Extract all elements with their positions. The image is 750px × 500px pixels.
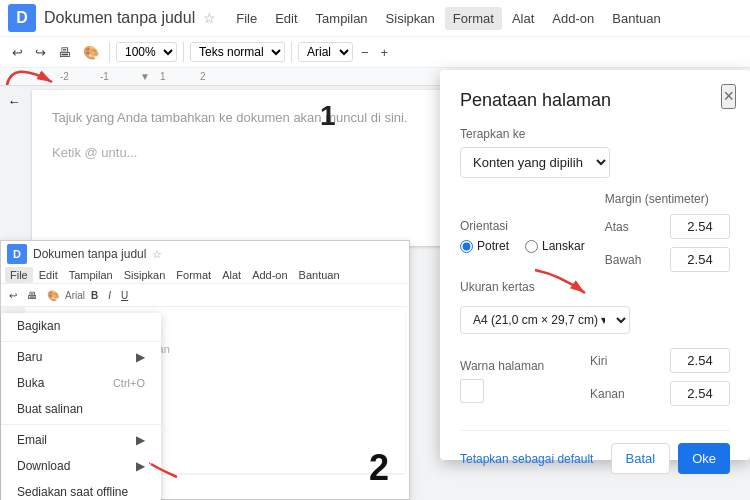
file-menu-salinan[interactable]: Buat salinan bbox=[1, 396, 161, 422]
paper-size-label: Ukuran kertas bbox=[460, 280, 730, 294]
set-default-button[interactable]: Tetapkan sebagai default bbox=[460, 452, 593, 466]
menu-edit[interactable]: Edit bbox=[267, 7, 305, 30]
file-menu-divider-2 bbox=[1, 424, 161, 425]
red-arrow-toolbar bbox=[2, 50, 62, 90]
file-menu-offline[interactable]: Sediakan saat offline bbox=[1, 479, 161, 500]
menu-sisipkan[interactable]: Sisipkan bbox=[378, 7, 443, 30]
menu-file[interactable]: File bbox=[228, 7, 265, 30]
mini-menu-format[interactable]: Format bbox=[171, 267, 216, 283]
dialog-close-button[interactable]: × bbox=[721, 84, 736, 109]
mini-paint[interactable]: 🎨 bbox=[43, 288, 63, 303]
page-color-section: Warna halaman bbox=[460, 359, 570, 403]
toolbar-divider-3 bbox=[291, 42, 292, 62]
paper-size-select[interactable]: A4 (21,0 cm × 29,7 cm) ▾ bbox=[460, 306, 630, 334]
file-menu-divider-1 bbox=[1, 341, 161, 342]
toolbar-divider-2 bbox=[183, 42, 184, 62]
document-title[interactable]: Dokumen tanpa judul bbox=[44, 9, 195, 27]
apply-to-section: Terapkan ke Konten yang dipilih ▾ bbox=[460, 127, 730, 178]
toolbar-divider-1 bbox=[109, 42, 110, 62]
mini-menu-tampilan[interactable]: Tampilan bbox=[64, 267, 118, 283]
mini-title-bar: D Dokumen tanpa judul ☆ bbox=[1, 241, 409, 267]
style-select[interactable]: Teks normal bbox=[190, 42, 285, 62]
margin-bottom-input[interactable] bbox=[670, 247, 730, 272]
font-increase[interactable]: + bbox=[377, 43, 393, 62]
margin-right-label: Kanan bbox=[590, 387, 640, 401]
margin-right-row: Kanan bbox=[590, 381, 730, 406]
menu-tampilan[interactable]: Tampilan bbox=[308, 7, 376, 30]
mini-menu-sisipkan[interactable]: Sisipkan bbox=[119, 267, 171, 283]
mini-docs-window: D Dokumen tanpa judul ☆ File Edit Tampil… bbox=[0, 240, 410, 500]
mini-undo[interactable]: ↩ bbox=[5, 288, 21, 303]
dialog-action-buttons: Batal Oke bbox=[611, 443, 730, 474]
red-arrow-file-menu bbox=[149, 449, 179, 479]
file-menu-baru[interactable]: Baru ▶ bbox=[1, 344, 161, 370]
document-sidebar[interactable]: ← bbox=[0, 86, 28, 250]
margin-top-label: Atas bbox=[605, 220, 655, 234]
orientation-margin-row: Orientasi Potret Lanskar Margin (sentime… bbox=[460, 192, 730, 280]
cancel-button[interactable]: Batal bbox=[611, 443, 671, 474]
margin-left-label: Kiri bbox=[590, 354, 640, 368]
page-color-label: Warna halaman bbox=[460, 359, 570, 373]
mini-toolbar: ↩ 🖶 🎨 Arial B I U bbox=[1, 283, 409, 307]
docs-app-icon: D bbox=[8, 4, 36, 32]
margin-right-section: Kiri Kanan bbox=[590, 348, 730, 414]
orientation-options: Potret Lanskar bbox=[460, 239, 585, 253]
file-menu-dropdown: Bagikan Baru ▶ Buka Ctrl+O Buat salinan … bbox=[1, 313, 161, 500]
mini-bold[interactable]: B bbox=[87, 288, 102, 303]
file-menu-download[interactable]: Download ▶ bbox=[1, 453, 161, 479]
mini-menu-file[interactable]: File bbox=[5, 267, 33, 283]
file-menu-bagikan[interactable]: Bagikan bbox=[1, 313, 161, 339]
landscape-option[interactable]: Lanskar bbox=[525, 239, 585, 253]
red-arrow-paper-size bbox=[530, 265, 590, 305]
margin-top-row: Atas bbox=[605, 214, 730, 239]
margin-left-input[interactable] bbox=[670, 348, 730, 373]
label-number-1: 1 bbox=[320, 100, 336, 132]
ok-button[interactable]: Oke bbox=[678, 443, 730, 474]
menu-alat[interactable]: Alat bbox=[504, 7, 542, 30]
font-decrease[interactable]: − bbox=[357, 43, 373, 62]
mini-underline[interactable]: U bbox=[117, 288, 132, 303]
paintformat-button[interactable]: 🎨 bbox=[79, 43, 103, 62]
file-menu-email[interactable]: Email ▶ bbox=[1, 427, 161, 453]
mini-menu-bantuan[interactable]: Bantuan bbox=[294, 267, 345, 283]
menu-bar: File Edit Tampilan Sisipkan Format Alat … bbox=[228, 7, 668, 30]
apply-to-select[interactable]: Konten yang dipilih ▾ bbox=[460, 147, 610, 178]
margin-bottom-label: Bawah bbox=[605, 253, 655, 267]
mini-doc-title[interactable]: Dokumen tanpa judul bbox=[33, 247, 146, 261]
mini-print[interactable]: 🖶 bbox=[23, 288, 41, 303]
margin-label: Margin (sentimeter) bbox=[605, 192, 730, 206]
paper-size-section: Ukuran kertas A4 (21,0 cm × 29,7 cm) ▾ bbox=[460, 280, 730, 334]
landscape-radio[interactable] bbox=[525, 240, 538, 253]
margin-section: Margin (sentimeter) Atas Bawah bbox=[605, 192, 730, 280]
portrait-option[interactable]: Potret bbox=[460, 239, 509, 253]
margin-bottom-row: Bawah bbox=[605, 247, 730, 272]
mini-italic[interactable]: I bbox=[104, 288, 115, 303]
mini-font-name: Arial bbox=[65, 290, 85, 301]
mini-menu-edit[interactable]: Edit bbox=[34, 267, 63, 283]
mini-menu-alat[interactable]: Alat bbox=[217, 267, 246, 283]
margin-left-row: Kiri bbox=[590, 348, 730, 373]
title-bar: D Dokumen tanpa judul ☆ File Edit Tampil… bbox=[0, 0, 750, 36]
orientation-label: Orientasi bbox=[460, 219, 585, 233]
mini-menu-addon[interactable]: Add-on bbox=[247, 267, 292, 283]
menu-bantuan[interactable]: Bantuan bbox=[604, 7, 668, 30]
menu-format[interactable]: Format bbox=[445, 7, 502, 30]
color-margin-row: Warna halaman Kiri Kanan bbox=[460, 348, 730, 414]
star-icon[interactable]: ☆ bbox=[203, 10, 216, 26]
portrait-radio[interactable] bbox=[460, 240, 473, 253]
page-setup-dialog: Penataan halaman × Terapkan ke Konten ya… bbox=[440, 70, 750, 460]
margin-right-input[interactable] bbox=[670, 381, 730, 406]
margin-top-input[interactable] bbox=[670, 214, 730, 239]
apply-to-label: Terapkan ke bbox=[460, 127, 730, 141]
page-color-swatch[interactable] bbox=[460, 379, 484, 403]
mini-docs-icon: D bbox=[7, 244, 27, 264]
back-arrow-icon[interactable]: ← bbox=[8, 94, 21, 109]
menu-addon[interactable]: Add-on bbox=[544, 7, 602, 30]
font-select[interactable]: Arial bbox=[298, 42, 353, 62]
label-number-2: 2 bbox=[369, 447, 389, 489]
mini-star-icon[interactable]: ☆ bbox=[152, 248, 162, 261]
zoom-select[interactable]: 100% bbox=[116, 42, 177, 62]
dialog-title: Penataan halaman bbox=[460, 90, 730, 111]
file-menu-buka[interactable]: Buka Ctrl+O bbox=[1, 370, 161, 396]
dialog-footer: Tetapkan sebagai default Batal Oke bbox=[460, 430, 730, 474]
